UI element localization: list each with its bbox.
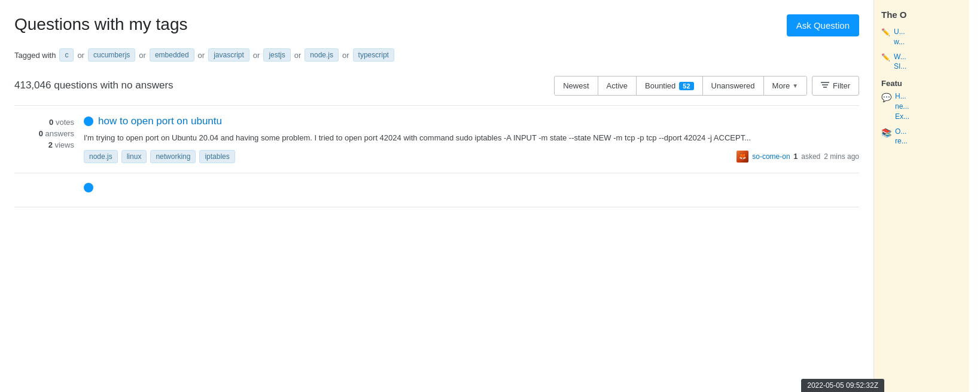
featured-title: Featu — [881, 79, 962, 88]
views-label: views — [54, 140, 74, 149]
question-item: 0 votes 0 answers 2 views how to open po… — [14, 106, 859, 173]
question-tags: node.js linux networking iptables — [84, 150, 235, 163]
chat-icon: 💬 — [881, 93, 891, 102]
question-tag-iptables[interactable]: iptables — [199, 150, 235, 163]
user-rep: 1 — [794, 152, 798, 161]
answers-value: 0 — [39, 129, 43, 138]
unanswered-dot — [84, 117, 93, 126]
edit-icon-1: ✏️ — [881, 28, 890, 36]
main-content: Questions with my tags Ask Question Tagg… — [0, 0, 874, 392]
sort-controls: Newest Active Bountied 52 Unanswered Mor… — [554, 76, 859, 96]
question-stats-2 — [14, 183, 74, 197]
tag-jestjs[interactable]: jestjs — [263, 48, 290, 62]
question-list: 0 votes 0 answers 2 views how to open po… — [14, 106, 859, 207]
question-tag-linux[interactable]: linux — [121, 150, 147, 163]
tab-more[interactable]: More ▼ — [764, 76, 807, 95]
question-title-row: how to open port on ubuntu — [84, 115, 859, 127]
stack-icon: 📚 — [881, 128, 891, 137]
question-footer: node.js linux networking iptables 🦊 so-c… — [84, 150, 859, 163]
sort-tabs: Newest Active Bountied 52 Unanswered Mor… — [554, 76, 807, 96]
answers-label: answers — [45, 129, 74, 138]
sidebar-featured-item-2: 📚 O...re... — [881, 127, 962, 147]
tag-nodejs[interactable]: node.js — [305, 48, 339, 62]
question-body: how to open port on ubuntu I'm trying to… — [84, 115, 859, 163]
tag-embedded[interactable]: embedded — [150, 48, 194, 62]
ask-question-button[interactable]: Ask Question — [787, 14, 859, 36]
filter-label: Filter — [833, 81, 850, 90]
bountied-badge: 52 — [679, 82, 693, 90]
asked-label: asked — [801, 152, 820, 161]
or-separator-6: or — [342, 51, 349, 60]
views-stat: 2 views — [48, 140, 74, 149]
tag-cucumberjs[interactable]: cucumberjs — [88, 48, 135, 62]
question-body-2 — [84, 183, 859, 197]
filter-icon — [821, 81, 829, 90]
sort-row: 413,046 questions with no answers Newest… — [14, 76, 859, 96]
sidebar-custom-item-2: ✏️ W...SI... — [881, 52, 962, 72]
avatar: 🦊 — [736, 151, 748, 163]
question-stats: 0 votes 0 answers 2 views — [14, 115, 74, 163]
edit-icon-2: ✏️ — [881, 53, 890, 62]
sidebar-featured-item-1: 💬 H...ne...Ex... — [881, 91, 962, 121]
views-value: 2 — [48, 140, 53, 149]
page-title: Questions with my tags — [14, 14, 187, 35]
or-separator-3: or — [198, 51, 205, 60]
bountied-label: Bountied — [645, 81, 675, 90]
tags-row: Tagged with c or cucumberjs or embedded … — [14, 48, 859, 62]
time-ago: 2 mins ago — [824, 152, 859, 161]
question-title-row-2 — [84, 183, 859, 192]
answers-stat: 0 answers — [39, 129, 74, 138]
votes-label: votes — [56, 118, 74, 127]
tab-bountied[interactable]: Bountied 52 — [637, 76, 703, 95]
votes-value: 0 — [49, 118, 53, 127]
filter-button[interactable]: Filter — [812, 76, 859, 96]
unanswered-dot-2 — [84, 183, 93, 192]
tag-javascript[interactable]: javascript — [208, 48, 249, 62]
or-separator-1: or — [77, 51, 84, 60]
or-separator-4: or — [253, 51, 260, 60]
tab-newest[interactable]: Newest — [555, 76, 598, 95]
tagged-with-label: Tagged with — [14, 51, 56, 60]
question-tag-networking[interactable]: networking — [150, 150, 196, 163]
tag-c[interactable]: c — [59, 48, 74, 62]
sidebar-title: The O — [881, 10, 962, 20]
tab-unanswered[interactable]: Unanswered — [703, 76, 764, 95]
or-separator-2: or — [139, 51, 146, 60]
tag-typescript[interactable]: typescript — [353, 48, 394, 62]
sidebar-custom-item-1: ✏️ U...w... — [881, 27, 962, 47]
or-separator-5: or — [294, 51, 302, 60]
more-label: More — [772, 81, 790, 90]
question-count: 413,046 questions with no answers — [14, 79, 174, 92]
tab-active[interactable]: Active — [598, 76, 637, 95]
sidebar-featured-link-2[interactable]: O...re... — [895, 127, 908, 147]
sidebar-link-1[interactable]: U...w... — [894, 27, 905, 47]
sidebar-link-2[interactable]: W...SI... — [894, 52, 906, 72]
question-item-2 — [14, 173, 859, 207]
question-tag-nodejs[interactable]: node.js — [84, 150, 118, 163]
chevron-down-icon: ▼ — [792, 82, 798, 89]
timestamp-value: 2022-05-05 09:52:32Z — [807, 381, 878, 390]
sidebar-featured-link-1[interactable]: H...ne...Ex... — [895, 91, 909, 121]
header-row: Questions with my tags Ask Question — [14, 14, 859, 36]
sidebar: The O ✏️ U...w... ✏️ W...SI... Featu 💬 H… — [874, 0, 969, 392]
timestamp-tooltip: 2022-05-05 09:52:32Z — [801, 379, 884, 392]
votes-stat: 0 votes — [49, 118, 74, 127]
username-link[interactable]: so-come-on — [752, 152, 790, 161]
question-excerpt: I'm trying to open port on Ubuntu 20.04 … — [84, 132, 859, 144]
question-title-link[interactable]: how to open port on ubuntu — [98, 115, 222, 127]
question-meta: 🦊 so-come-on 1 asked 2 mins ago — [736, 151, 859, 163]
